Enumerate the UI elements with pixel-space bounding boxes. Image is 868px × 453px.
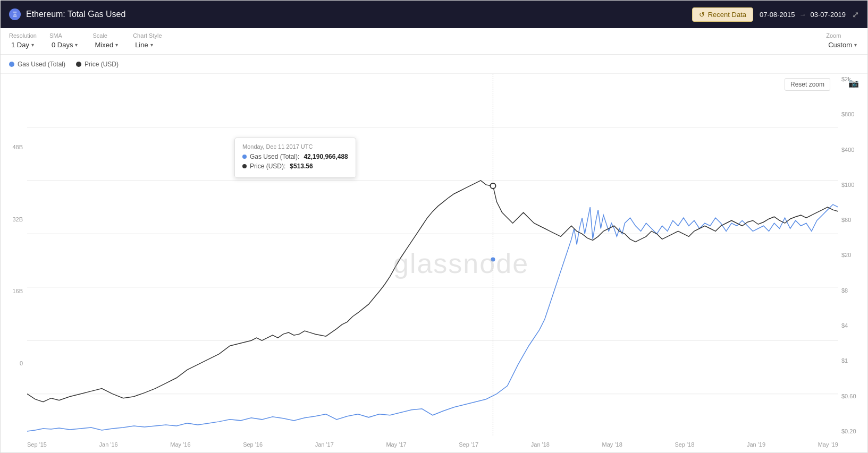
x-label-may16: May '16 (170, 441, 190, 448)
x-label-jan19: Jan '19 (747, 441, 765, 448)
legend-item-price: Price (USD) (76, 61, 119, 68)
svg-point-8 (490, 257, 495, 262)
sma-select[interactable]: 0 Days ▾ (49, 40, 80, 50)
x-label-sep16: Sep '16 (243, 441, 263, 448)
date-range: 07-08-2015 → 03-07-2019 (760, 11, 846, 19)
resolution-group: Resolution 1 Day ▾ (9, 32, 37, 50)
tooltip-label-price: Price (USD): (250, 163, 285, 170)
page-title: Ethereum: Total Gas Used (26, 10, 125, 19)
chevron-down-icon: ▾ (150, 42, 153, 48)
x-label-jan18: Jan '18 (531, 441, 550, 448)
camera-icon[interactable]: 📷 (848, 78, 859, 88)
y-right-20: $20 (841, 252, 864, 258)
chart-svg-container: Reset zoom 📷 glassnode (1, 74, 867, 452)
x-label-sep17: Sep '17 (459, 441, 478, 448)
y-label-16b: 16B (3, 288, 25, 294)
y-label-0: 0 (3, 360, 25, 366)
chart-svg[interactable] (27, 74, 838, 437)
reset-zoom-button[interactable]: Reset zoom (785, 78, 830, 91)
x-label-may17: May '17 (386, 441, 406, 448)
sma-group: SMA 0 Days ▾ (49, 32, 80, 50)
chevron-down-icon: ▾ (115, 42, 118, 48)
header: Ξ Ethereum: Total Gas Used ↺ Recent Data… (1, 1, 867, 28)
y-label-32b: 32B (3, 216, 25, 223)
scale-group: Scale Mixed ▾ (92, 32, 120, 50)
chart-tooltip: Monday, Dec 11 2017 UTC Gas Used (Total)… (234, 138, 356, 178)
tooltip-value-gas: 42,190,966,488 (304, 153, 348, 160)
chevron-down-icon: ▾ (31, 42, 34, 48)
tooltip-date: Monday, Dec 11 2017 UTC (242, 143, 348, 150)
chart-style-group: Chart Style Line ▾ (133, 32, 162, 50)
legend-label-price: Price (USD) (85, 61, 119, 68)
legend-item-gas: Gas Used (Total) (9, 61, 65, 68)
toolbar: Resolution 1 Day ▾ SMA 0 Days ▾ Scale Mi… (1, 28, 867, 55)
y-right-060: $0.60 (841, 393, 864, 399)
chevron-down-icon: ▾ (854, 42, 857, 48)
chart-area[interactable]: Reset zoom 📷 glassnode (1, 74, 867, 452)
scale-label: Scale (92, 32, 120, 39)
x-label-may19: May '19 (818, 441, 838, 448)
tooltip-dot-price (242, 164, 247, 168)
y-right-020: $0.20 (841, 428, 864, 434)
y-right-100: $100 (841, 182, 864, 188)
chart-legend: Gas Used (Total) Price (USD) (1, 55, 867, 74)
chart-style-label: Chart Style (133, 32, 162, 39)
y-right-1: $1 (841, 357, 864, 364)
expand-icon[interactable]: ⤢ (852, 10, 859, 20)
tooltip-row-price: Price (USD): $513.56 (242, 163, 348, 170)
app-container: Ξ Ethereum: Total Gas Used ↺ Recent Data… (0, 0, 868, 453)
date-arrow: → (799, 11, 806, 19)
y-label-48b: 48B (3, 144, 25, 150)
svg-point-9 (490, 183, 495, 189)
scale-select[interactable]: Mixed ▾ (92, 40, 120, 50)
y-right-8: $8 (841, 287, 864, 294)
legend-label-gas: Gas Used (Total) (18, 61, 65, 68)
header-left: Ξ Ethereum: Total Gas Used (9, 8, 125, 20)
date-end[interactable]: 03-07-2019 (811, 11, 846, 19)
tooltip-label-gas: Gas Used (Total): (250, 153, 299, 160)
x-label-jan17: Jan '17 (315, 441, 334, 448)
resolution-select[interactable]: 1 Day ▾ (9, 40, 37, 50)
y-axis-right: $2k $800 $400 $100 $60 $20 $8 $4 $1 $0.6… (838, 74, 867, 437)
y-right-400: $400 (841, 147, 864, 153)
zoom-select[interactable]: Custom ▾ (826, 40, 859, 50)
legend-dot-price (76, 62, 81, 67)
recent-data-button[interactable]: ↺ Recent Data (692, 7, 753, 22)
x-axis: Sep '15 Jan '16 May '16 Sep '16 Jan '17 … (27, 437, 838, 452)
zoom-group: Zoom Custom ▾ (826, 32, 859, 50)
legend-dot-gas (9, 62, 14, 67)
x-label-sep15: Sep '15 (27, 441, 47, 448)
sma-label: SMA (49, 32, 80, 39)
y-axis-left: 48B 32B 16B 0 (1, 74, 27, 437)
tooltip-value-price: $513.56 (290, 163, 313, 170)
eth-icon: Ξ (9, 8, 21, 20)
header-right: ↺ Recent Data 07-08-2015 → 03-07-2019 ⤢ (692, 7, 859, 22)
svg-rect-0 (27, 74, 838, 437)
y-right-60: $60 (841, 217, 864, 223)
tooltip-dot-gas (242, 155, 247, 159)
chevron-down-icon: ▾ (75, 42, 78, 48)
x-label-may18: May '18 (602, 441, 622, 448)
zoom-label: Zoom (826, 32, 859, 39)
chart-style-select[interactable]: Line ▾ (133, 40, 162, 50)
clock-icon: ↺ (699, 11, 705, 19)
x-label-jan16: Jan '16 (99, 441, 118, 448)
date-start[interactable]: 07-08-2015 (760, 11, 795, 19)
y-right-800: $800 (841, 111, 864, 117)
x-label-sep18: Sep '18 (675, 441, 694, 448)
tooltip-row-gas: Gas Used (Total): 42,190,966,488 (242, 153, 348, 160)
resolution-label: Resolution (9, 32, 37, 39)
y-right-4: $4 (841, 322, 864, 329)
